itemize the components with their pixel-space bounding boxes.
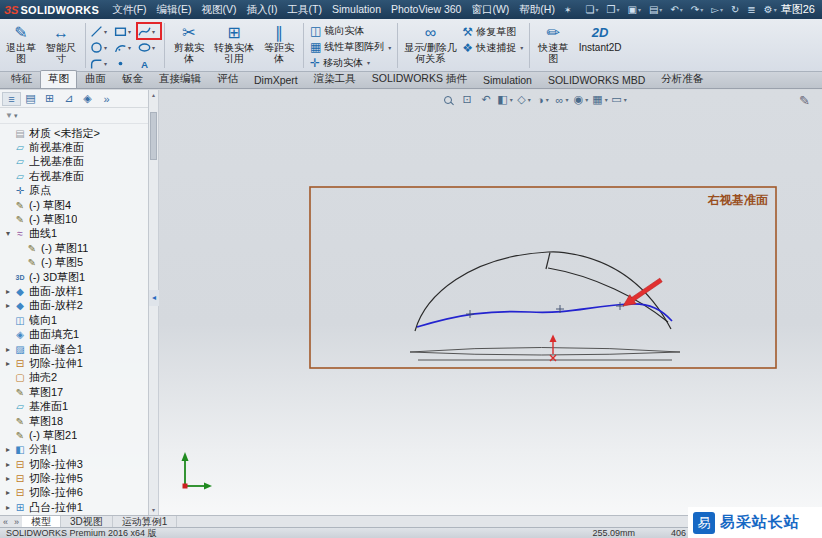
menu-item[interactable]: PhotoView 360 xyxy=(386,3,466,17)
menu-item[interactable]: 视图(V) xyxy=(197,3,242,17)
tree-expand-arrow[interactable]: ▸ xyxy=(3,345,13,354)
centerpoint-arc-tool[interactable]: ▾ xyxy=(113,39,137,55)
model-tab[interactable]: 模型 xyxy=(22,516,61,527)
featuremanager-tab[interactable]: ≡ xyxy=(2,92,21,106)
dropdown-caret-icon[interactable]: ▾ xyxy=(367,59,370,66)
rebuild-icon[interactable]: ↻ xyxy=(727,4,743,15)
tree-expand-arrow[interactable]: ▸ xyxy=(3,460,13,469)
ribbon-tab[interactable]: SOLIDWORKS 插件 xyxy=(364,70,475,88)
tree-item[interactable]: 3D(-) 3D草图1 xyxy=(0,270,148,284)
tree-expand-arrow[interactable]: ▸ xyxy=(3,359,13,368)
ribbon-tab[interactable]: 分析准备 xyxy=(653,70,711,88)
tree-item[interactable]: ▢抽壳2 xyxy=(0,371,148,385)
tree-item[interactable]: ◈曲面填充1 xyxy=(0,327,148,341)
displaymanager-tab[interactable]: ◈ xyxy=(78,92,97,105)
ribbon-tab[interactable]: 草图 xyxy=(40,70,77,88)
zoom-fit-icon[interactable] xyxy=(440,92,456,107)
ribbon-tab[interactable]: Simulation xyxy=(475,72,540,88)
ribbon-tab[interactable]: 曲面 xyxy=(77,70,114,88)
menu-item[interactable]: Simulation xyxy=(327,3,386,17)
ribbon-tab[interactable]: 钣金 xyxy=(114,70,151,88)
offset-entities-button[interactable]: ∥ 等距实体 xyxy=(258,21,300,70)
dropdown-caret-icon[interactable]: ▾ xyxy=(388,44,391,51)
tree-item[interactable]: ▱前视基准面 xyxy=(0,140,148,154)
section-view-icon[interactable]: ◧▾ xyxy=(497,92,513,107)
tree-item[interactable]: ✎(-) 草图10 xyxy=(0,212,148,226)
tree-item[interactable]: ✎草图18 xyxy=(0,414,148,428)
open-icon[interactable]: ❐▾ xyxy=(602,4,623,15)
right-plane-boundary[interactable] xyxy=(310,187,776,368)
configurationmanager-tab[interactable]: ⊞ xyxy=(40,92,59,105)
print-icon[interactable]: ▤▾ xyxy=(645,4,666,15)
view-orientation-icon[interactable]: ◇▾ xyxy=(516,92,532,107)
dropdown-caret-icon[interactable]: ▾ xyxy=(520,44,523,51)
linear-sketch-pattern-button[interactable]: ▦ 线性草图阵列 ▾ xyxy=(307,40,394,55)
instant2d-button[interactable]: 2D Instant2D xyxy=(573,21,627,70)
ellipse-tool[interactable]: ▾ xyxy=(137,39,161,55)
previous-view-icon[interactable]: ↶ xyxy=(478,92,494,107)
menu-item[interactable]: 插入(I) xyxy=(242,3,283,17)
tree-item[interactable]: ✎(-) 草图4 xyxy=(0,198,148,212)
tree-expand-arrow[interactable]: ▾ xyxy=(3,229,13,238)
dropdown-caret-icon[interactable]: ▾ xyxy=(14,112,18,119)
tree-item[interactable]: ▾≈曲线1 xyxy=(0,227,148,241)
point-tool[interactable] xyxy=(113,55,137,71)
exit-sketch-button[interactable]: ✎ 退出草图 xyxy=(2,21,40,70)
ribbon-tab[interactable]: SOLIDWORKS MBD xyxy=(540,72,653,88)
save-icon[interactable]: ▣▾ xyxy=(623,4,644,15)
panel-collapse-arrow[interactable]: ◂ xyxy=(149,290,159,306)
tree-expand-arrow[interactable]: ▸ xyxy=(3,445,13,454)
display-delete-relations-button[interactable]: ∞ 显示/删除几何关系 xyxy=(401,21,459,70)
ribbon-tab[interactable]: 渲染工具 xyxy=(306,70,364,88)
spline-tool[interactable]: ▾ xyxy=(137,23,161,39)
tree-item[interactable]: ▸◧分割1 xyxy=(0,443,148,457)
corner-rectangle-tool[interactable]: ▾ xyxy=(113,23,137,39)
model-tab[interactable]: 3D视图 xyxy=(61,516,113,527)
hide-show-items-icon[interactable]: ∞▾ xyxy=(554,92,570,107)
tree-item[interactable]: ▸⊟切除-拉伸5 xyxy=(0,471,148,485)
tree-expand-arrow[interactable]: ▸ xyxy=(3,503,13,512)
tab-scroll-left-icon[interactable]: « xyxy=(0,517,11,527)
options-icon[interactable]: ⚙▾ xyxy=(760,4,781,15)
scrollbar-thumb[interactable] xyxy=(150,112,157,160)
tree-item[interactable]: ▤材质 <未指定> xyxy=(0,126,148,140)
move-entities-button[interactable]: ✛ 移动实体 ▾ xyxy=(307,55,394,70)
mouse-inner-curve[interactable] xyxy=(548,268,668,322)
mouse-split-line[interactable] xyxy=(546,253,550,270)
tree-expand-arrow[interactable]: ▸ xyxy=(3,301,13,310)
tab-scroll-right-icon[interactable]: » xyxy=(11,517,22,527)
tree-item[interactable]: ✎(-) 草图11 xyxy=(0,241,148,255)
sketch-fillet-tool[interactable]: ▾ xyxy=(89,55,113,71)
edit-appearance-icon[interactable]: ◉▾ xyxy=(573,92,589,107)
tree-item[interactable]: ▸⊟切除-拉伸1 xyxy=(0,356,148,370)
tree-item[interactable]: ▸⊟切除-拉伸6 xyxy=(0,486,148,500)
menu-pin-icon[interactable]: ✶ xyxy=(560,5,576,15)
scroll-down-icon[interactable]: ▾ xyxy=(149,505,158,515)
filter-funnel-icon[interactable]: ▼ xyxy=(5,111,13,120)
new-document-icon[interactable]: ❏▾ xyxy=(581,4,602,15)
tree-expand-arrow[interactable]: ▸ xyxy=(3,474,13,483)
mirror-entities-button[interactable]: ◫ 镜向实体 xyxy=(307,24,394,39)
tree-item[interactable]: ▱右视基准面 xyxy=(0,169,148,183)
trim-entities-button[interactable]: ✂ 剪裁实体 xyxy=(168,21,210,70)
text-tool[interactable]: A xyxy=(137,55,161,71)
menu-item[interactable]: 帮助(H) xyxy=(514,3,560,17)
tree-item[interactable]: ▸⊞凸台-拉伸1 xyxy=(0,500,148,514)
menu-item[interactable]: 工具(T) xyxy=(283,3,327,17)
confirmation-corner-icon[interactable]: ✎ xyxy=(799,93,810,108)
menu-item[interactable]: 编辑(E) xyxy=(152,3,197,17)
select-icon[interactable]: ▻▾ xyxy=(707,4,727,15)
tree-item[interactable]: ✎(-) 草图5 xyxy=(0,256,148,270)
tree-item[interactable]: ▱基准面1 xyxy=(0,399,148,413)
tree-item[interactable]: ▸▨曲面-缝合1 xyxy=(0,342,148,356)
menu-item[interactable]: 文件(F) xyxy=(107,3,151,17)
undo-icon[interactable]: ↶▾ xyxy=(666,4,686,15)
tree-item[interactable]: ▸◆曲面-放样2 xyxy=(0,299,148,313)
mouse-base-lines[interactable] xyxy=(410,348,680,361)
rapid-sketch-button[interactable]: ✏ 快速草图 xyxy=(533,21,573,70)
tree-expand-arrow[interactable]: ▸ xyxy=(3,488,13,497)
menu-item[interactable]: 窗口(W) xyxy=(466,3,514,17)
zoom-area-icon[interactable]: ⊡ xyxy=(459,92,475,107)
display-style-icon[interactable]: ◑▾ xyxy=(535,92,551,107)
ribbon-tab[interactable]: DimXpert xyxy=(246,72,306,88)
